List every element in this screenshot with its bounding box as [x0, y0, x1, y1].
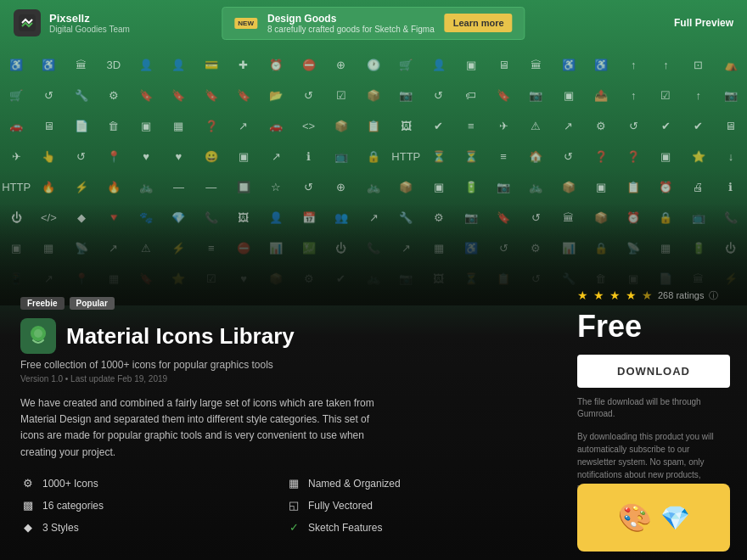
- diamond-icon: ◆: [20, 520, 36, 535]
- feature-icons-count: ⚙ 1000+ Icons: [20, 476, 269, 491]
- features-grid: ⚙ 1000+ Icons ▦ Named & Organized ▩ 16 c…: [20, 476, 535, 535]
- star-2: ★: [593, 288, 604, 302]
- gear-icon: ⚙: [20, 476, 36, 491]
- full-preview-button[interactable]: Full Preview: [674, 17, 733, 29]
- top-navigation: Pixsellz Digital Goodies Team NEW Design…: [0, 0, 747, 46]
- feature-label-sketch: Sketch Features: [308, 522, 382, 534]
- star-4: ★: [626, 288, 637, 302]
- ratings-row: ★ ★ ★ ★ ★ 268 ratings ⓘ: [577, 288, 730, 302]
- feature-label-named: Named & Organized: [308, 478, 401, 490]
- price-label: Free: [577, 309, 730, 344]
- star-3: ★: [609, 288, 621, 302]
- star-half: ★: [642, 288, 653, 302]
- svg-rect-0: [19, 14, 36, 31]
- feature-label-icons: 1000+ Icons: [42, 478, 98, 490]
- tag-freebie: Freebie: [20, 297, 65, 310]
- checkmark-icon: ✓: [286, 520, 301, 535]
- product-title: Material Icons Library: [66, 323, 295, 350]
- product-tagline: Free collection of 1000+ icons for popul…: [20, 359, 535, 371]
- brand-tagline: Digital Goodies Team: [49, 25, 130, 34]
- product-logo-icon: [20, 318, 56, 354]
- download-button[interactable]: DOWNLOAD: [577, 355, 730, 388]
- learn-more-button[interactable]: Learn more: [445, 14, 513, 32]
- vector-icon: ◱: [286, 498, 301, 513]
- feature-categories: ▩ 16 categories: [20, 498, 269, 513]
- promo-text: Design Goods 8 carefully crafted goods f…: [267, 13, 435, 34]
- promo-banner: NEW Design Goods 8 carefully crafted goo…: [222, 7, 525, 40]
- tag-popular: Popular: [70, 297, 115, 310]
- download-note: The file download will be through Gumroa…: [577, 396, 730, 420]
- left-panel: Freebie Popular Material Icons Library F…: [0, 280, 560, 560]
- feature-label-styles: 3 Styles: [42, 522, 79, 534]
- info-icon[interactable]: ⓘ: [709, 289, 718, 302]
- promo-title: Design Goods: [267, 13, 435, 25]
- feature-label-categories: 16 categories: [42, 500, 104, 512]
- feature-named: ▦ Named & Organized: [286, 476, 535, 491]
- brand-logo-icon: [14, 9, 41, 36]
- feature-styles: ◆ 3 Styles: [20, 520, 269, 535]
- ratings-count: 268 ratings: [658, 290, 704, 300]
- promo-description: 8 carefully crafted goods for Sketch & F…: [267, 25, 435, 34]
- feature-sketch: ✓ Sketch Features: [286, 520, 535, 535]
- grid-icon: ▩: [20, 498, 36, 513]
- star-1: ★: [577, 288, 588, 302]
- product-tags: Freebie Popular: [20, 297, 535, 310]
- sketch-logo-icon: 💎: [660, 504, 690, 532]
- product-version: Version 1.0 • Last update Feb 19, 2019: [20, 374, 535, 384]
- feature-label-vectored: Fully Vectored: [308, 500, 373, 512]
- organize-icon: ▦: [286, 476, 301, 491]
- svg-point-3: [34, 329, 42, 338]
- feature-vectored: ◱ Fully Vectored: [286, 498, 535, 513]
- figma-icon: 🎨: [618, 501, 652, 534]
- bottom-promotional-card[interactable]: 🎨 💎: [577, 484, 730, 552]
- brand-name: Pixsellz: [49, 12, 130, 25]
- product-header: Material Icons Library: [20, 318, 535, 354]
- logo-area: Pixsellz Digital Goodies Team: [14, 9, 130, 36]
- product-description: We have created and combined a fairly la…: [20, 395, 377, 461]
- brand-text: Pixsellz Digital Goodies Team: [49, 12, 130, 34]
- new-badge: NEW: [234, 18, 257, 29]
